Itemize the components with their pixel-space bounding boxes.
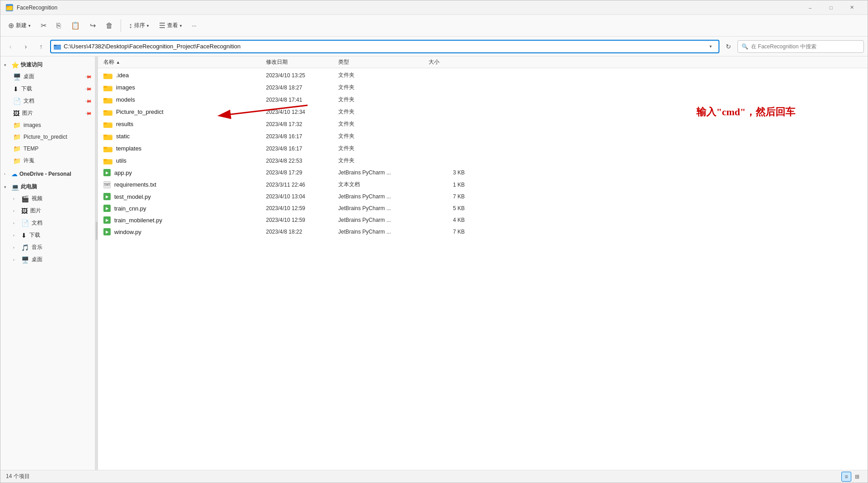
maximize-button[interactable]: □ bbox=[821, 0, 841, 15]
share-button[interactable]: ↪ bbox=[86, 18, 100, 33]
sidebar-item-documents[interactable]: 📄 文档 📌 bbox=[0, 95, 95, 107]
table-row[interactable]: ▶ app.py 2023/4/8 17:29 JetBrains PyChar… bbox=[98, 167, 868, 178]
table-row[interactable]: templates 2023/4/8 16:17 文件夹 bbox=[98, 142, 868, 155]
window-title: FaceRecognition bbox=[17, 5, 800, 11]
back-button[interactable]: ‹ bbox=[4, 40, 17, 53]
col-date-label: 修改日期 bbox=[266, 58, 288, 66]
new-button[interactable]: ⊕ 新建 ▾ bbox=[4, 18, 35, 33]
sidebar-item-downloads2[interactable]: › ⬇ 下载 bbox=[0, 229, 95, 241]
table-row[interactable]: ▶ train_mobilenet.py 2023/4/10 12:59 Jet… bbox=[98, 214, 868, 226]
sidebar-item-music-label: 音乐 bbox=[32, 244, 91, 251]
sidebar-item-desktop[interactable]: 🖥️ 桌面 📌 bbox=[0, 70, 95, 83]
table-row[interactable]: ▶ train_cnn.py 2023/4/10 12:59 JetBrains… bbox=[98, 202, 868, 214]
file-date-cell: 2023/4/8 17:32 bbox=[266, 121, 338, 127]
close-button[interactable]: ✕ bbox=[841, 0, 862, 15]
refresh-button[interactable]: ↻ bbox=[722, 40, 735, 53]
sidebar-item-picture-label: Picture_to_predict bbox=[23, 134, 91, 140]
sidebar-item-documents2[interactable]: › 📄 文档 bbox=[0, 217, 95, 229]
file-name-text: window.py bbox=[114, 229, 141, 235]
sidebar-item-pictures[interactable]: 🖼 图片 📌 bbox=[0, 107, 95, 119]
table-row[interactable]: Picture_to_predict 2023/4/10 12:34 文件夹 bbox=[98, 106, 868, 118]
file-name-cell: TXT requirements.txt bbox=[103, 181, 266, 188]
file-name-cell: utils bbox=[103, 157, 266, 164]
grid-view-button[interactable]: ⊞ bbox=[852, 472, 862, 482]
table-row[interactable]: results 2023/4/8 17:32 文件夹 bbox=[98, 118, 868, 130]
address-input-wrap[interactable]: ▾ bbox=[50, 40, 719, 53]
table-row[interactable]: models 2023/4/8 17:41 文件夹 bbox=[98, 94, 868, 106]
file-type-cell: JetBrains PyCharm ... bbox=[338, 217, 429, 223]
py-file-icon: ▶ bbox=[103, 228, 111, 235]
file-type-cell: 文件夹 bbox=[338, 71, 429, 79]
sidebar-item-xuwei[interactable]: 📁 许嵬 bbox=[0, 155, 95, 167]
sidebar-item-downloads[interactable]: ⬇ 下载 📌 bbox=[0, 83, 95, 95]
copy-button[interactable]: ⎘ bbox=[52, 19, 65, 33]
quick-access-section: ▾ ⭐ 快速访问 🖥️ 桌面 📌 ⬇ 下载 📌 bbox=[0, 58, 95, 168]
minimize-button[interactable]: – bbox=[800, 0, 821, 15]
sidebar-item-picture-to-predict[interactable]: 📁 Picture_to_predict bbox=[0, 131, 95, 143]
sidebar-item-desktop2-label: 桌面 bbox=[32, 256, 91, 263]
table-row[interactable]: ▶ window.py 2023/4/8 18:22 JetBrains PyC… bbox=[98, 226, 868, 238]
sidebar-item-desktop2[interactable]: › 🖥️ 桌面 bbox=[0, 253, 95, 266]
table-row[interactable]: TXT requirements.txt 2023/3/11 22:46 文本文… bbox=[98, 178, 868, 191]
video-icon: 🎬 bbox=[21, 195, 29, 202]
table-row[interactable]: ▶ test_model.py 2023/4/10 13:04 JetBrain… bbox=[98, 191, 868, 202]
folder-icon bbox=[103, 121, 112, 128]
forward-button[interactable]: › bbox=[19, 40, 32, 53]
up-button[interactable]: ↑ bbox=[35, 40, 47, 53]
view-button[interactable]: ☰ 查看 ▾ bbox=[155, 18, 186, 33]
col-size-label: 大小 bbox=[429, 58, 439, 66]
search-icon: 🔍 bbox=[742, 43, 748, 50]
py-file-icon: ▶ bbox=[103, 205, 111, 212]
file-type-cell: JetBrains PyCharm ... bbox=[338, 193, 429, 200]
file-date-cell: 2023/4/8 16:17 bbox=[266, 133, 338, 140]
col-header-type[interactable]: 类型 bbox=[338, 58, 429, 66]
delete-button[interactable]: 🗑 bbox=[102, 19, 117, 33]
file-name-cell: ▶ test_model.py bbox=[103, 193, 266, 200]
address-input[interactable] bbox=[64, 43, 705, 50]
list-view-button[interactable]: ≡ bbox=[841, 472, 851, 482]
file-name-text: test_model.py bbox=[114, 193, 151, 200]
file-name-cell: templates bbox=[103, 145, 266, 152]
col-header-name[interactable]: 名称 ▲ bbox=[103, 58, 266, 66]
onedrive-chevron-icon: › bbox=[4, 172, 9, 176]
search-input[interactable] bbox=[751, 43, 860, 50]
more-button[interactable]: ··· bbox=[188, 19, 201, 32]
sidebar-item-music[interactable]: › 🎵 音乐 bbox=[0, 241, 95, 253]
cut-button[interactable]: ✂ bbox=[37, 18, 51, 33]
file-type-cell: JetBrains PyCharm ... bbox=[338, 169, 429, 176]
content-area: 名称 ▲ 修改日期 类型 大小 bbox=[98, 56, 868, 470]
folder-icon bbox=[103, 84, 112, 91]
col-header-date[interactable]: 修改日期 bbox=[266, 58, 338, 66]
quick-access-header[interactable]: ▾ ⭐ 快速访问 bbox=[0, 59, 95, 70]
sidebar-item-pictures2[interactable]: › 🖼 图片 bbox=[0, 205, 95, 217]
share-icon: ↪ bbox=[90, 21, 96, 30]
table-row[interactable]: static 2023/4/8 16:17 文件夹 bbox=[98, 130, 868, 142]
table-row[interactable]: images 2023/4/8 18:27 文件夹 bbox=[98, 81, 868, 94]
sort-button[interactable]: ↕ 排序 ▾ bbox=[125, 19, 153, 33]
table-row[interactable]: utils 2023/4/8 22:53 文件夹 bbox=[98, 155, 868, 167]
search-wrap[interactable]: 🔍 bbox=[737, 40, 864, 53]
sidebar-item-video[interactable]: › 🎬 视频 bbox=[0, 192, 95, 205]
file-date-cell: 2023/4/8 22:53 bbox=[266, 158, 338, 164]
address-folder-icon bbox=[54, 43, 61, 50]
status-count: 14 个项目 bbox=[6, 473, 30, 480]
thispc-header[interactable]: ▾ 💻 此电脑 bbox=[0, 181, 95, 192]
onedrive-header[interactable]: › ☁ OneDrive - Personal bbox=[0, 169, 95, 179]
desktop2-icon: 🖥️ bbox=[21, 256, 29, 263]
sidebar-item-documents-label: 文档 bbox=[23, 97, 83, 105]
file-name-cell: ▶ app.py bbox=[103, 169, 266, 176]
svg-rect-4 bbox=[54, 46, 61, 50]
col-type-label: 类型 bbox=[338, 58, 349, 66]
file-date-cell: 2023/4/8 18:27 bbox=[266, 84, 338, 91]
sidebar-item-images[interactable]: 📁 images bbox=[0, 119, 95, 131]
sidebar-item-temp[interactable]: 📁 TEMP bbox=[0, 143, 95, 155]
file-date-cell: 2023/4/8 18:22 bbox=[266, 229, 338, 235]
paste-button[interactable]: 📋 bbox=[67, 18, 84, 33]
resize-handle[interactable] bbox=[95, 56, 98, 470]
file-name-text: templates bbox=[116, 145, 141, 152]
file-name-text: Picture_to_predict bbox=[116, 108, 163, 115]
address-dropdown-icon[interactable]: ▾ bbox=[705, 41, 716, 52]
images-folder-icon: 📁 bbox=[13, 122, 21, 129]
col-header-size[interactable]: 大小 bbox=[429, 58, 474, 66]
table-row[interactable]: .idea 2023/4/10 13:25 文件夹 bbox=[98, 69, 868, 81]
